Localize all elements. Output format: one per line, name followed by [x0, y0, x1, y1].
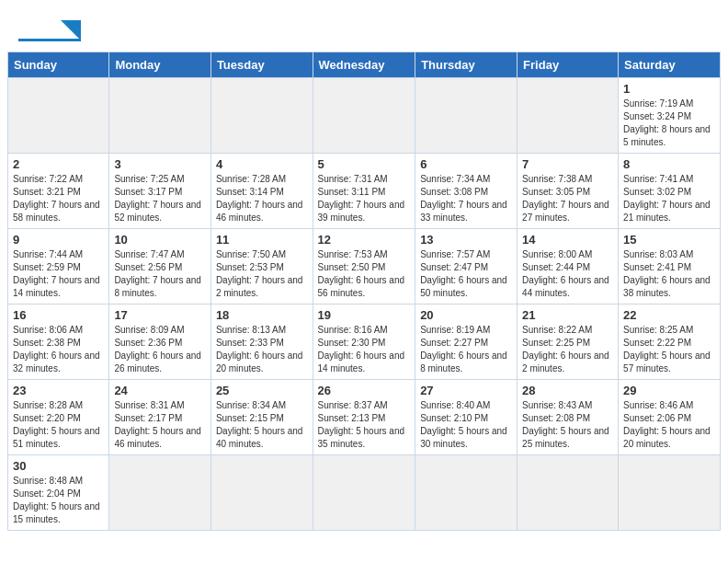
day-info: Sunrise: 7:53 AM Sunset: 2:50 PM Dayligh…: [318, 248, 411, 300]
day-info: Sunrise: 8:13 AM Sunset: 2:33 PM Dayligh…: [216, 324, 308, 375]
day-cell: 18Sunrise: 8:13 AM Sunset: 2:33 PM Dayli…: [210, 304, 313, 380]
day-info: Sunrise: 7:25 AM Sunset: 3:17 PM Dayligh…: [114, 173, 206, 224]
day-number: 7: [522, 157, 613, 171]
day-cell: 12Sunrise: 7:53 AM Sunset: 2:50 PM Dayli…: [313, 229, 415, 304]
day-cell: [8, 78, 109, 154]
day-cell: 19Sunrise: 8:16 AM Sunset: 2:30 PM Dayli…: [313, 304, 415, 380]
day-number: 24: [114, 384, 206, 397]
day-number: 2: [13, 157, 104, 171]
day-cell: 25Sunrise: 8:34 AM Sunset: 2:15 PM Dayli…: [210, 380, 313, 455]
day-info: Sunrise: 8:40 AM Sunset: 2:10 PM Dayligh…: [420, 399, 512, 451]
day-number: 3: [114, 157, 206, 171]
day-number: 14: [522, 233, 613, 247]
day-number: 4: [216, 157, 308, 171]
dow-monday: Monday: [109, 52, 211, 78]
calendar-body: 1Sunrise: 7:19 AM Sunset: 3:24 PM Daylig…: [8, 78, 721, 531]
week-row-0: 1Sunrise: 7:19 AM Sunset: 3:24 PM Daylig…: [8, 78, 721, 154]
day-number: 10: [114, 233, 206, 247]
day-cell: 9Sunrise: 7:44 AM Sunset: 2:59 PM Daylig…: [8, 229, 109, 304]
day-info: Sunrise: 7:28 AM Sunset: 3:14 PM Dayligh…: [216, 173, 308, 224]
day-cell: 24Sunrise: 8:31 AM Sunset: 2:17 PM Dayli…: [109, 380, 211, 455]
day-number: 18: [216, 308, 308, 322]
day-info: Sunrise: 8:34 AM Sunset: 2:15 PM Dayligh…: [216, 399, 308, 451]
day-info: Sunrise: 7:22 AM Sunset: 3:21 PM Dayligh…: [13, 173, 104, 224]
day-info: Sunrise: 7:41 AM Sunset: 3:02 PM Dayligh…: [623, 173, 715, 224]
day-number: 26: [318, 384, 411, 397]
day-info: Sunrise: 7:31 AM Sunset: 3:11 PM Dayligh…: [318, 173, 411, 224]
day-info: Sunrise: 7:34 AM Sunset: 3:08 PM Dayligh…: [420, 173, 512, 224]
day-of-week-header: SundayMondayTuesdayWednesdayThursdayFrid…: [8, 52, 721, 78]
day-cell: [210, 455, 313, 531]
day-number: 13: [420, 233, 512, 247]
day-cell: 13Sunrise: 7:57 AM Sunset: 2:47 PM Dayli…: [415, 229, 518, 304]
page-header: [0, 0, 728, 52]
day-info: Sunrise: 8:48 AM Sunset: 2:04 PM Dayligh…: [13, 475, 104, 526]
dow-saturday: Saturday: [619, 52, 721, 78]
week-row-5: 30Sunrise: 8:48 AM Sunset: 2:04 PM Dayli…: [8, 455, 721, 531]
day-cell: [109, 455, 211, 531]
day-number: 20: [420, 308, 512, 322]
dow-thursday: Thursday: [415, 52, 518, 78]
day-info: Sunrise: 8:19 AM Sunset: 2:27 PM Dayligh…: [420, 324, 512, 375]
day-info: Sunrise: 8:16 AM Sunset: 2:30 PM Dayligh…: [318, 324, 411, 375]
day-cell: [518, 455, 619, 531]
day-cell: 20Sunrise: 8:19 AM Sunset: 2:27 PM Dayli…: [415, 304, 518, 380]
day-info: Sunrise: 8:28 AM Sunset: 2:20 PM Dayligh…: [13, 399, 104, 451]
day-cell: 15Sunrise: 8:03 AM Sunset: 2:41 PM Dayli…: [619, 229, 721, 304]
day-number: 6: [420, 157, 512, 171]
day-number: 9: [13, 233, 104, 247]
dow-wednesday: Wednesday: [313, 52, 415, 78]
day-info: Sunrise: 8:00 AM Sunset: 2:44 PM Dayligh…: [522, 248, 613, 300]
day-cell: 7Sunrise: 7:38 AM Sunset: 3:05 PM Daylig…: [518, 154, 619, 229]
day-cell: 1Sunrise: 7:19 AM Sunset: 3:24 PM Daylig…: [619, 78, 721, 154]
day-info: Sunrise: 8:31 AM Sunset: 2:17 PM Dayligh…: [114, 399, 206, 451]
day-number: 21: [522, 308, 613, 322]
day-number: 11: [216, 233, 308, 247]
day-cell: 8Sunrise: 7:41 AM Sunset: 3:02 PM Daylig…: [619, 154, 721, 229]
day-cell: [415, 78, 518, 154]
day-info: Sunrise: 7:50 AM Sunset: 2:53 PM Dayligh…: [216, 248, 308, 300]
week-row-2: 9Sunrise: 7:44 AM Sunset: 2:59 PM Daylig…: [8, 229, 721, 304]
day-cell: 16Sunrise: 8:06 AM Sunset: 2:38 PM Dayli…: [8, 304, 109, 380]
day-cell: [210, 78, 313, 154]
day-cell: 27Sunrise: 8:40 AM Sunset: 2:10 PM Dayli…: [415, 380, 518, 455]
day-number: 8: [623, 157, 715, 171]
day-info: Sunrise: 7:47 AM Sunset: 2:56 PM Dayligh…: [114, 248, 206, 300]
svg-marker-0: [61, 20, 81, 40]
logo: [18, 17, 92, 42]
day-cell: 6Sunrise: 7:34 AM Sunset: 3:08 PM Daylig…: [415, 154, 518, 229]
day-cell: 28Sunrise: 8:43 AM Sunset: 2:08 PM Dayli…: [518, 380, 619, 455]
day-number: 19: [318, 308, 411, 322]
day-info: Sunrise: 8:46 AM Sunset: 2:06 PM Dayligh…: [623, 399, 715, 451]
day-info: Sunrise: 7:19 AM Sunset: 3:24 PM Dayligh…: [623, 98, 715, 149]
day-cell: [313, 78, 415, 154]
day-number: 28: [522, 384, 613, 397]
day-number: 15: [623, 233, 715, 247]
day-number: 1: [623, 82, 715, 96]
day-cell: 11Sunrise: 7:50 AM Sunset: 2:53 PM Dayli…: [210, 229, 313, 304]
day-cell: 29Sunrise: 8:46 AM Sunset: 2:06 PM Dayli…: [619, 380, 721, 455]
day-number: 16: [13, 308, 104, 322]
day-cell: 3Sunrise: 7:25 AM Sunset: 3:17 PM Daylig…: [109, 154, 211, 229]
day-cell: 17Sunrise: 8:09 AM Sunset: 2:36 PM Dayli…: [109, 304, 211, 380]
day-cell: [109, 78, 211, 154]
day-number: 23: [13, 384, 104, 397]
day-cell: [518, 78, 619, 154]
day-cell: 14Sunrise: 8:00 AM Sunset: 2:44 PM Dayli…: [518, 229, 619, 304]
day-info: Sunrise: 8:06 AM Sunset: 2:38 PM Dayligh…: [13, 324, 104, 375]
day-cell: 30Sunrise: 8:48 AM Sunset: 2:04 PM Dayli…: [8, 455, 109, 531]
day-number: 12: [318, 233, 411, 247]
day-info: Sunrise: 7:38 AM Sunset: 3:05 PM Dayligh…: [522, 173, 613, 224]
day-number: 29: [623, 384, 715, 397]
day-cell: 10Sunrise: 7:47 AM Sunset: 2:56 PM Dayli…: [109, 229, 211, 304]
day-number: 27: [420, 384, 512, 397]
day-info: Sunrise: 8:03 AM Sunset: 2:41 PM Dayligh…: [623, 248, 715, 300]
day-info: Sunrise: 7:57 AM Sunset: 2:47 PM Dayligh…: [420, 248, 512, 300]
day-number: 5: [318, 157, 411, 171]
logo-graphic: [18, 17, 92, 42]
day-cell: 22Sunrise: 8:25 AM Sunset: 2:22 PM Dayli…: [619, 304, 721, 380]
dow-tuesday: Tuesday: [210, 52, 313, 78]
week-row-4: 23Sunrise: 8:28 AM Sunset: 2:20 PM Dayli…: [8, 380, 721, 455]
week-row-1: 2Sunrise: 7:22 AM Sunset: 3:21 PM Daylig…: [8, 154, 721, 229]
day-info: Sunrise: 8:37 AM Sunset: 2:13 PM Dayligh…: [318, 399, 411, 451]
